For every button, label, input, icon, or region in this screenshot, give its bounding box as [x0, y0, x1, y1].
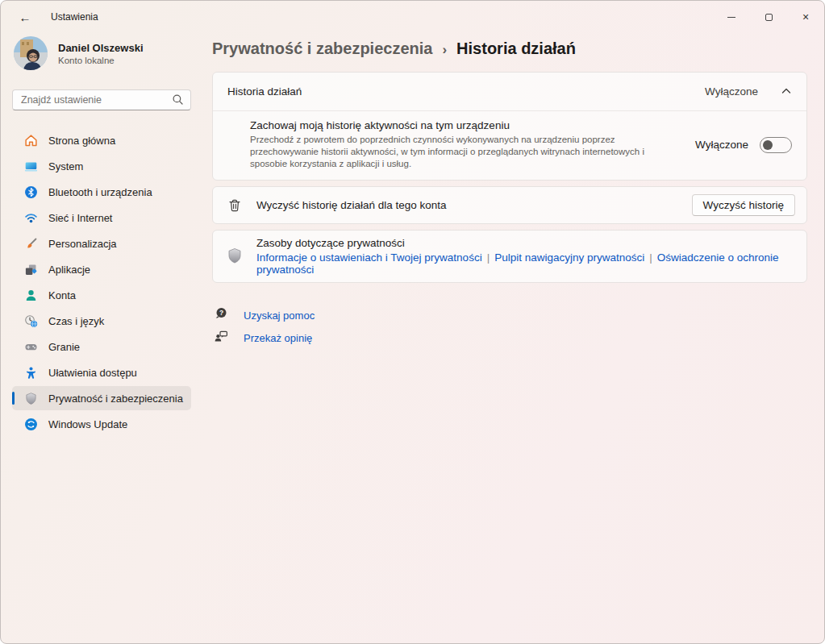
page-title: Historia działań — [456, 39, 576, 58]
get-help-icon: ? — [214, 306, 228, 324]
expander-status: Wyłączone — [705, 85, 758, 98]
profile-account-type: Konto lokalne — [58, 56, 144, 65]
sidebar-item-label: Strona główna — [48, 135, 115, 147]
window-controls: × — [713, 1, 824, 33]
sidebar-item-windows-update[interactable]: Windows Update — [12, 412, 191, 436]
link-separator: | — [649, 251, 652, 264]
search-input[interactable] — [12, 89, 191, 110]
app-title: Ustawienia — [51, 11, 98, 23]
accessibility-icon — [24, 366, 38, 380]
sidebar-item-label: Prywatność i zabezpieczenia — [48, 393, 183, 405]
sidebar-item-label: Granie — [48, 341, 80, 353]
bluetooth-icon — [24, 185, 38, 199]
avatar — [14, 36, 48, 70]
clear-history-card: Wyczyść historię działań dla tego konta … — [212, 186, 807, 224]
personalization-icon — [24, 237, 38, 251]
gaming-icon — [24, 340, 38, 354]
accounts-icon — [24, 289, 38, 302]
sidebar-item-apps[interactable]: Aplikacje — [12, 257, 191, 281]
sidebar-item-accessibility[interactable]: Ułatwienia dostępu — [12, 360, 191, 384]
sidebar-item-privacy-security[interactable]: Prywatność i zabezpieczenia — [12, 386, 191, 410]
sidebar-item-label: Ułatwienia dostępu — [48, 367, 137, 379]
get-help-link[interactable]: ? Uzyskaj pomoc — [214, 304, 807, 326]
setting-texts: Zachowaj moją historię aktywności na tym… — [250, 119, 695, 170]
maximize-button[interactable] — [750, 1, 787, 33]
minimize-icon — [727, 17, 735, 18]
breadcrumb: Prywatność i zabezpieczenia › Historia d… — [212, 39, 807, 58]
expander-title: Historia działań — [227, 85, 705, 98]
apps-icon — [24, 263, 38, 276]
toggle-status-label: Wyłączone — [695, 139, 748, 151]
profile-texts: Daniel Olszewski Konto lokalne — [58, 42, 144, 65]
activity-history-expander-header[interactable]: Historia działań Wyłączone — [213, 73, 806, 110]
selected-accent-bar — [12, 392, 15, 405]
setting-description: Przechodź z powrotem do poprzednich czyn… — [250, 134, 679, 170]
home-icon — [24, 134, 38, 147]
sidebar-item-network-internet[interactable]: Sieć i Internet — [12, 206, 191, 230]
sidebar-item-label: Konta — [48, 289, 76, 301]
setting-title: Zachowaj moją historię aktywności na tym… — [250, 119, 679, 131]
activity-history-toggle[interactable] — [760, 137, 792, 153]
chevron-up-icon[interactable] — [781, 85, 792, 99]
link-separator: | — [487, 251, 490, 264]
help-links: ? Uzyskaj pomoc Przekaż opinię — [212, 304, 807, 349]
close-button[interactable]: × — [787, 1, 824, 33]
settings-window: ← Ustawienia × — [0, 0, 825, 644]
back-button[interactable]: ← — [12, 6, 38, 28]
windows-update-icon — [24, 418, 38, 431]
network-icon — [24, 211, 38, 225]
maximize-icon — [765, 14, 773, 21]
link-settings-privacy-info[interactable]: Informacje o ustawieniach i Twojej prywa… — [256, 251, 482, 264]
back-arrow-icon: ← — [19, 10, 31, 24]
privacy-resources-card: Zasoby dotyczące prywatności Informacje … — [212, 230, 807, 283]
privacy-icon — [24, 392, 38, 405]
sidebar-item-label: Personalizacja — [48, 238, 117, 250]
sidebar-item-bluetooth-devices[interactable]: Bluetooth i urządzenia — [12, 180, 191, 204]
sidebar-item-label: Windows Update — [48, 418, 127, 430]
main-content: Prywatność i zabezpieczenia › Historia d… — [212, 33, 807, 349]
sidebar-item-label: Czas i język — [48, 315, 104, 327]
sidebar-item-label: Sieć i Internet — [48, 212, 113, 224]
svg-text:?: ? — [219, 309, 223, 317]
sidebar-item-gaming[interactable]: Granie — [12, 334, 191, 359]
close-icon: × — [802, 11, 809, 23]
sidebar-item-home[interactable]: Strona główna — [12, 128, 191, 152]
resources-texts: Zasoby dotyczące prywatności Informacje … — [256, 237, 795, 276]
sidebar-item-time-language[interactable]: Czas i język — [12, 309, 191, 333]
feedback-icon — [214, 329, 228, 347]
search-icon — [172, 93, 184, 109]
breadcrumb-separator-icon: › — [442, 42, 447, 58]
sidebar-item-accounts[interactable]: Konta — [12, 283, 191, 307]
shield-icon — [226, 247, 244, 265]
system-icon — [24, 160, 38, 173]
profile-section[interactable]: Daniel Olszewski Konto lokalne — [12, 36, 191, 70]
sidebar-item-personalization[interactable]: Personalizacja — [12, 231, 191, 256]
sidebar-nav: Strona główna System Bluetooth i urządze… — [12, 128, 191, 436]
minimize-button[interactable] — [713, 1, 750, 33]
feedback-label: Przekaż opinię — [244, 332, 312, 344]
search-box — [12, 89, 191, 110]
resources-links: Informacje o ustawieniach i Twojej prywa… — [256, 251, 795, 276]
sidebar: Daniel Olszewski Konto lokalne Strona gł… — [1, 33, 202, 643]
link-privacy-dashboard[interactable]: Pulpit nawigacyjny prywatności — [494, 251, 644, 264]
sidebar-item-system[interactable]: System — [12, 154, 191, 178]
sidebar-item-label: System — [48, 160, 83, 172]
keep-activity-history-row: Zachowaj moją historię aktywności na tym… — [213, 111, 806, 180]
clear-history-button[interactable]: Wyczyść historię — [692, 194, 795, 216]
titlebar: ← Ustawienia × — [1, 1, 824, 33]
profile-name: Daniel Olszewski — [58, 42, 144, 54]
feedback-link[interactable]: Przekaż opinię — [214, 326, 807, 349]
clear-history-label: Wyczyść historię działań dla tego konta — [256, 199, 692, 211]
settings-cards: Historia działań Wyłączone Zachowaj moją… — [212, 72, 807, 283]
toggle-knob — [763, 140, 773, 150]
time-language-icon — [24, 314, 38, 328]
activity-history-card: Historia działań Wyłączone Zachowaj moją… — [212, 72, 807, 181]
sidebar-item-label: Bluetooth i urządzenia — [48, 186, 152, 198]
sidebar-item-label: Aplikacje — [48, 264, 90, 276]
get-help-label: Uzyskaj pomoc — [244, 310, 315, 322]
trash-icon — [226, 198, 244, 213]
breadcrumb-parent[interactable]: Prywatność i zabezpieczenia — [212, 39, 432, 58]
resources-title: Zasoby dotyczące prywatności — [256, 237, 795, 249]
